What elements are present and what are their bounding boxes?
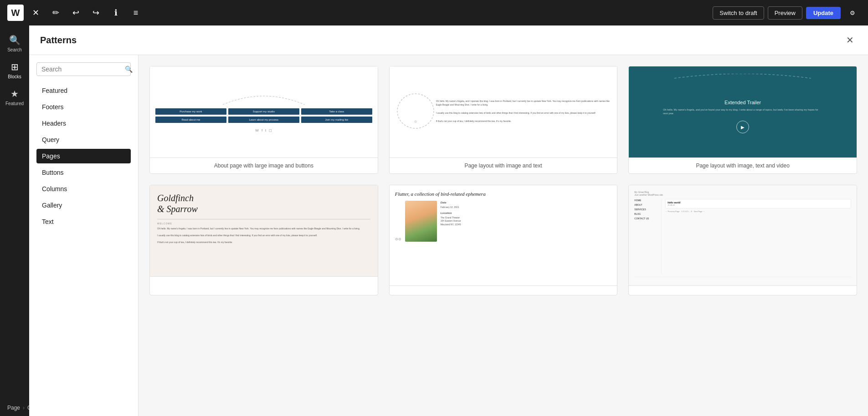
pattern-card-blog[interactable]: My Great BlogJust another WordPress site…	[628, 185, 857, 295]
topbar: W ✕ ✏ ↩ ↪ ℹ ≡ Switch to draft Preview Up…	[0, 0, 868, 25]
svg-text:◎: ◎	[414, 120, 417, 123]
nav-item-pages[interactable]: Pages	[36, 149, 131, 163]
blog-content: HOME ABOUT SERVICES BLOG CONTACT US Hel	[634, 199, 851, 274]
pattern-card-goldfinch[interactable]: Goldfinch& Sparrow WELCOME Oh hello. My …	[149, 185, 378, 295]
pattern-card-flutter[interactable]: Flutter, a collection of bird-related ep…	[389, 185, 618, 295]
flutter-icons: ⊙⊙	[395, 201, 401, 277]
patterns-modal: Patterns ✕ 🔍 Featured Footers Headers Qu…	[29, 25, 868, 416]
patterns-sidebar: 🔍 Featured Footers Headers Query Pages B…	[29, 55, 139, 416]
update-button[interactable]: Update	[806, 7, 841, 19]
flutter-row: ⊙⊙ Date February 12, 2021 Location The G…	[395, 201, 612, 280]
settings-button[interactable]: ⚙	[844, 5, 861, 21]
search-box[interactable]: 🔍	[36, 62, 131, 76]
nav-item-featured[interactable]: Featured	[36, 83, 131, 98]
btn-grid: Purchase my work Support my studio Take …	[155, 108, 372, 123]
pattern-preview-video: Extended Trailer Oh hello. My name's Ang…	[629, 66, 857, 157]
pattern-card-about[interactable]: Purchase my work Support my studio Take …	[149, 66, 378, 174]
preview-video-content: Extended Trailer Oh hello. My name's Ang…	[629, 66, 857, 157]
sidebar-item-label: Featured	[5, 101, 24, 106]
wp-icon: W	[255, 128, 259, 132]
preview-social-icons: W f t ◻	[255, 128, 272, 132]
search-icon: 🔍	[125, 66, 133, 73]
info-button[interactable]: ℹ	[108, 5, 124, 21]
pattern-label-goldfinch	[150, 276, 378, 286]
pattern-label-video: Page layout with image, text and video	[629, 157, 857, 173]
sidebar-item-blocks[interactable]: ⊞ Blocks	[4, 58, 26, 83]
tools-button[interactable]: ✏	[47, 5, 64, 21]
redo-icon: ↪	[92, 8, 99, 18]
undo-icon: ↩	[72, 8, 79, 18]
nav-item-query[interactable]: Query	[36, 132, 131, 147]
preview-button[interactable]: Preview	[768, 6, 802, 20]
svg-point-0	[397, 94, 434, 128]
close-icon: ✕	[846, 35, 854, 46]
preview-image-text-content: ◎ Oh hello. My name's Angela, and I oper…	[390, 66, 617, 157]
pattern-label-blog	[629, 285, 857, 295]
topbar-left: W ✕ ✏ ↩ ↪ ℹ ≡	[7, 5, 144, 21]
redo-button[interactable]: ↪	[87, 5, 104, 21]
blog-nav: HOME ABOUT SERVICES BLOG CONTACT US	[634, 199, 662, 274]
preview-btn-1: Purchase my work	[155, 108, 226, 115]
search-input[interactable]	[41, 66, 121, 73]
post-date: 10.20.22	[668, 204, 849, 206]
prev-page[interactable]: ← Previous Page	[665, 210, 679, 213]
undo-button[interactable]: ↩	[67, 5, 84, 21]
video-desc: Oh hello. My name's Angela, and you've f…	[663, 108, 822, 116]
switch-to-draft-button[interactable]: Switch to draft	[713, 6, 764, 20]
play-button[interactable]: ▶	[736, 121, 749, 133]
sidebar-item-featured[interactable]: ★ Featured	[4, 85, 26, 110]
pattern-label-image-text: Page layout with image and text	[390, 157, 617, 173]
goldfinch-welcome: WELCOME	[157, 219, 370, 225]
pattern-label-about: About page with large image and buttons	[150, 157, 378, 173]
nav-item-headers[interactable]: Headers	[36, 116, 131, 131]
nav-services: SERVICES	[634, 208, 657, 211]
pattern-preview-about: Purchase my work Support my studio Take …	[150, 66, 378, 157]
goldfinch-title: Goldfinch& Sparrow	[157, 193, 370, 214]
list-button[interactable]: ≡	[128, 5, 144, 21]
preview-btn-3: Take a class	[301, 108, 372, 115]
next-page[interactable]: Next Page →	[694, 210, 705, 213]
nav-item-gallery[interactable]: Gallery	[36, 198, 131, 213]
modal-title: Patterns	[40, 35, 77, 46]
search-icon: 🔍	[9, 35, 21, 46]
nav-item-footers[interactable]: Footers	[36, 100, 131, 114]
modal-close-button[interactable]: ✕	[842, 33, 857, 47]
fb-icon: f	[262, 128, 262, 132]
modal-header: Patterns ✕	[29, 25, 868, 55]
list-icon: ≡	[134, 8, 139, 18]
blog-divider	[634, 277, 851, 277]
preview-goldfinch-content: Goldfinch& Sparrow WELCOME Oh hello. My …	[150, 185, 378, 276]
blog-header: My Great BlogJust another WordPress site	[634, 191, 851, 196]
video-title: Extended Trailer	[724, 100, 761, 105]
modal-body: 🔍 Featured Footers Headers Query Pages B…	[29, 55, 868, 416]
nav-contact: CONTACT US	[634, 217, 657, 220]
page-numbers: 1 2 3 4 5 ... 8	[681, 210, 692, 213]
nav-item-text[interactable]: Text	[36, 214, 131, 229]
breadcrumb-page[interactable]: Page	[7, 405, 20, 411]
preview-flutter-content: Flutter, a collection of bird-related ep…	[390, 185, 617, 285]
nav-blog: BLOG	[634, 213, 657, 215]
pattern-card-image-text[interactable]: ◎ Oh hello. My name's Angela, and I oper…	[389, 66, 618, 174]
info-icon: ℹ	[114, 8, 118, 18]
pattern-preview-flutter: Flutter, a collection of bird-related ep…	[390, 185, 617, 285]
sidebar-item-label: Blocks	[8, 74, 21, 79]
pattern-preview-goldfinch: Goldfinch& Sparrow WELCOME Oh hello. My …	[150, 185, 378, 276]
tw-icon: t	[265, 128, 266, 132]
sidebar-item-search[interactable]: 🔍 Search	[4, 31, 26, 56]
nav-item-buttons[interactable]: Buttons	[36, 165, 131, 180]
blog-post-1: Hello world! 10.20.22	[665, 199, 851, 208]
pattern-card-video[interactable]: Extended Trailer Oh hello. My name's Ang…	[628, 66, 857, 174]
blog-pagination: ← Previous Page 1 2 3 4 5 ... 8 Next Pag…	[665, 210, 851, 213]
flutter-right: Date February 12, 2021 Location The Gran…	[405, 201, 612, 280]
preview-blog-content: My Great BlogJust another WordPress site…	[629, 185, 857, 285]
breadcrumb-separator: ›	[23, 405, 25, 411]
nav-about: ABOUT	[634, 203, 657, 206]
wordpress-logo[interactable]: W	[7, 5, 24, 21]
preview-about-content: Purchase my work Support my studio Take …	[150, 66, 378, 157]
pattern-label-flutter	[390, 285, 617, 295]
flutter-bird-image	[405, 201, 437, 242]
close-button[interactable]: ✕	[27, 5, 44, 21]
nav-item-columns[interactable]: Columns	[36, 182, 131, 196]
preview-btn-6: Join my mailing list	[301, 117, 372, 123]
ig-icon: ◻	[269, 128, 272, 132]
